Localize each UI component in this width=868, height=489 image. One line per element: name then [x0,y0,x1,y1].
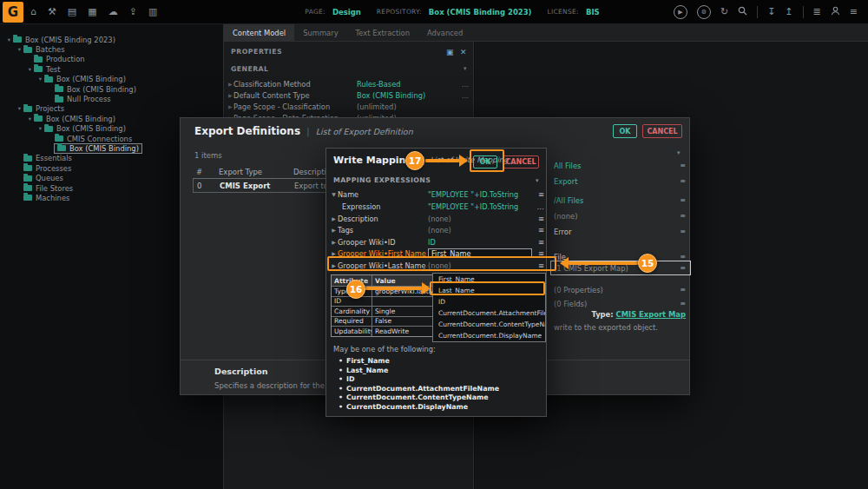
expander-icon[interactable]: ▾ [16,46,23,53]
export-property-row[interactable]: (0 Fields)≡ [554,298,686,309]
menu-icon[interactable]: ≡ [675,196,686,204]
tree-item-test[interactable]: ▾Test [0,64,223,74]
save-icon[interactable]: ▣ [446,48,454,56]
dropdown-item-display-name[interactable]: CurrentDocument.DisplayName [433,330,545,341]
tab-advanced[interactable]: Advanced [418,24,471,41]
license-value: BIS [586,8,600,17]
tree-item-projects[interactable]: ▾Projects [0,104,223,114]
export-property-row[interactable]: (0 Properties)≡ [554,284,686,295]
expander-icon[interactable]: ▼ [330,191,338,197]
tab-text-extraction[interactable]: Text Extraction [347,24,418,41]
expander-icon[interactable]: ▾ [36,76,44,83]
callout-15-highlight-box [327,256,556,271]
export-property-row[interactable]: /All Files≡ [554,195,686,206]
menu-icon[interactable]: ≡ [675,228,686,235]
tree-item-production[interactable]: Production [0,55,223,64]
expander-icon[interactable]: ▾ [26,116,34,122]
expander-icon[interactable]: ▾ [16,105,23,112]
menu-icon[interactable]: ≡ [532,238,544,247]
folder-icon [23,47,32,53]
export-property-row[interactable]: Export≡ [554,175,686,187]
folder-icon [34,116,43,122]
general-section-header[interactable]: GENERAL ▾ [224,63,474,75]
expander-icon[interactable]: ▶ [330,215,338,221]
publish-icon[interactable]: ⇪ [129,7,137,17]
close-icon[interactable]: ✕ [460,48,467,56]
tab-summary[interactable]: Summary [294,24,346,41]
tree-item-null-process[interactable]: Null Process [0,94,223,103]
menu-icon[interactable]: ≡ [675,253,686,261]
tab-content-model[interactable]: Content Model [224,24,294,41]
menu-icon[interactable]: ≡ [675,286,686,294]
mapping-row-wiki-id[interactable]: ▶ Grooper Wiki•ID ID ≡ [330,236,544,248]
mapping-row-name[interactable]: ▼ Name "EMPLOYEE "+ID.ToString ≡ [330,188,544,200]
expander-icon[interactable]: ▾ [36,125,44,132]
folder-icon [13,36,22,43]
export-dialog-cancel-button[interactable]: CANCEL [642,124,682,138]
repository-value[interactable]: Box (CMIS Binding 2023) [429,8,532,17]
storage-icon[interactable]: ▦ [88,7,96,17]
hint-bullet: •First_Name [339,356,544,365]
export-property-row[interactable]: Error≡ [554,226,686,237]
grid-row-updatability: Updatability ReadWrite [332,326,433,336]
tools-icon[interactable]: ⚒ [48,7,56,17]
property-row-default-content-type[interactable]: ▶ Default Content Type Box (CMIS Binding… [224,89,474,101]
menu-icon[interactable]: ≡ [532,215,544,223]
folder-icon [55,96,63,102]
cloud-icon[interactable]: ☁ [108,7,118,17]
account-icon[interactable] [831,6,840,17]
mapping-row-description[interactable]: ▶ Description (none) ≡ [330,213,544,224]
export-property-row[interactable]: (none)≡ [554,210,686,221]
topbar-context: PAGE: Design REPOSITORY: Box (CMIS Bindi… [305,8,608,17]
export-property-row[interactable]: All Files≡ [554,160,686,171]
dropdown-item-id[interactable]: ID [433,296,545,307]
play-icon[interactable]: ▶ [674,5,687,19]
refresh-icon[interactable]: ↻ [720,7,728,17]
chevron-down-icon: ▾ [536,177,539,184]
expander-icon[interactable]: ▶ [330,250,338,256]
tree-item-batch-child[interactable]: Box (CMIS Binding) [0,84,223,94]
app-logo[interactable]: G [3,2,23,23]
menu-icon[interactable]: ≡ [532,226,544,235]
tree-item-batches[interactable]: ▾Batches [0,44,223,54]
property-row-page-scope-classification[interactable]: ▶ Page Scope - Classification (unlimited… [224,101,474,112]
menu-icon[interactable]: ≡ [675,177,686,185]
menu-icon[interactable]: ≡ [675,212,686,220]
menu-icon[interactable]: ≡ [675,300,686,307]
chevron-down-icon[interactable]: ▾ [677,149,681,156]
expander-icon[interactable]: ▾ [5,36,13,43]
folder-icon [34,66,43,72]
layers-icon[interactable]: ≣ [813,7,821,17]
settings-icon[interactable]: ⚙ [697,5,711,19]
property-row-classification-method[interactable]: ▶ Classification Method Rules-Based … [224,78,474,89]
tree-item-repository[interactable]: ▾Box (CMIS Binding 2023) [0,35,223,44]
dropdown-item-content-type-name[interactable]: CurrentDocument.ContentTypeName [433,319,545,330]
write-dialog-cancel-button[interactable]: CANCEL [503,155,539,169]
menu-icon[interactable]: ≡ [850,7,858,17]
folder-icon [23,175,32,182]
ellipsis-icon[interactable]: … [460,80,474,89]
page-value[interactable]: Design [332,8,361,17]
page-label: PAGE: [305,8,326,16]
mapping-row-tags[interactable]: ▶ Tags (none) ≡ [330,224,544,235]
dropdown-item-attachment-filename[interactable]: CurrentDocument.AttachmentFileName [433,307,545,319]
expander-icon[interactable]: ▶ [330,239,338,245]
callout-15-arrowhead [560,257,569,269]
export-dialog-ok-button[interactable]: OK [613,124,637,138]
menu-icon[interactable]: ≡ [532,190,544,199]
ellipsis-icon[interactable]: … [460,91,474,100]
upload-icon[interactable]: ↥ [785,7,792,17]
mapping-row-expression[interactable]: Expression "EMPLOYEE "+ID.ToString … [330,201,544,212]
ellipsis-icon[interactable]: … [532,202,544,211]
expander-icon[interactable]: ▾ [26,66,34,73]
expander-icon[interactable]: ▶ [330,227,338,233]
search-icon[interactable] [738,6,747,17]
stats-icon[interactable]: ▥ [148,7,157,17]
home-icon[interactable]: ⌂ [30,7,36,17]
type-link[interactable]: CMIS Export Map [616,310,686,319]
download-icon[interactable]: ↧ [767,7,775,17]
tree-item-batch[interactable]: ▾Box (CMIS Binding) [0,75,223,84]
menu-icon[interactable]: ≡ [675,162,686,169]
mapping-expressions-header[interactable]: MAPPING EXPRESSIONS ▾ [333,175,539,186]
batches-icon[interactable]: ▤ [68,7,76,17]
